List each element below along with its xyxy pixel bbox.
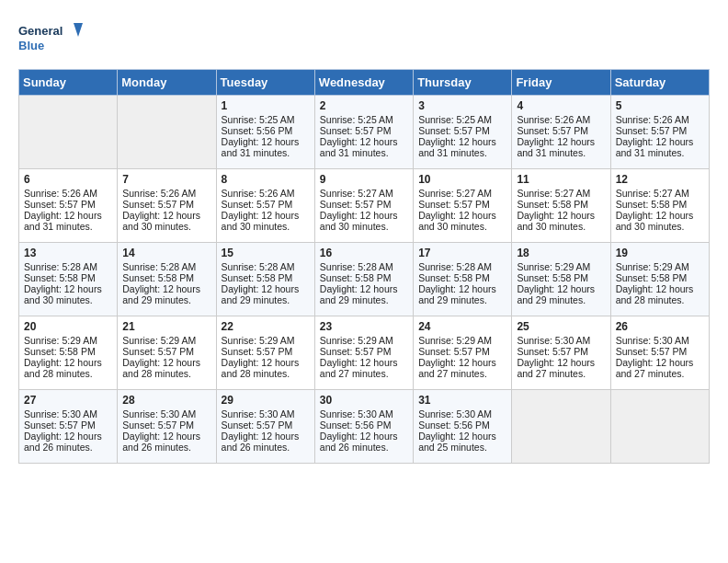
sunset-text: Sunset: 5:58 PM <box>616 272 688 283</box>
calendar-cell: 2Sunrise: 5:25 AMSunset: 5:57 PMDaylight… <box>314 96 413 169</box>
calendar-cell: 4Sunrise: 5:26 AMSunset: 5:57 PMDaylight… <box>512 96 610 169</box>
daylight-text: Daylight: 12 hours and 25 minutes. <box>418 431 496 453</box>
calendar-cell <box>19 96 118 169</box>
calendar-cell: 30Sunrise: 5:30 AMSunset: 5:56 PMDayligh… <box>314 390 413 464</box>
day-number: 18 <box>517 247 605 259</box>
calendar-cell: 3Sunrise: 5:25 AMSunset: 5:57 PMDaylight… <box>414 96 512 169</box>
calendar-cell: 12Sunrise: 5:27 AMSunset: 5:58 PMDayligh… <box>610 169 709 243</box>
logo-svg: General Blue <box>18 18 83 60</box>
day-number: 11 <box>517 173 605 186</box>
daylight-text: Daylight: 12 hours and 27 minutes. <box>517 357 595 379</box>
sunrise-text: Sunrise: 5:30 AM <box>122 408 196 419</box>
sunrise-text: Sunrise: 5:29 AM <box>24 335 97 346</box>
sunrise-text: Sunrise: 5:26 AM <box>122 188 196 199</box>
daylight-text: Daylight: 12 hours and 30 minutes. <box>616 210 694 232</box>
day-number: 30 <box>320 394 408 407</box>
sunset-text: Sunset: 5:57 PM <box>320 199 392 210</box>
calendar-cell: 20Sunrise: 5:29 AMSunset: 5:58 PMDayligh… <box>19 316 118 390</box>
daylight-text: Daylight: 12 hours and 29 minutes. <box>122 283 200 305</box>
sunset-text: Sunset: 5:58 PM <box>418 272 490 283</box>
sunrise-text: Sunrise: 5:29 AM <box>616 261 689 272</box>
day-number: 3 <box>418 99 506 112</box>
daylight-text: Daylight: 12 hours and 31 minutes. <box>24 210 102 232</box>
calendar-cell: 27Sunrise: 5:30 AMSunset: 5:57 PMDayligh… <box>19 390 118 464</box>
sunset-text: Sunset: 5:58 PM <box>517 272 588 283</box>
sunrise-text: Sunrise: 5:30 AM <box>418 408 492 419</box>
daylight-text: Daylight: 12 hours and 26 minutes. <box>24 431 102 453</box>
day-number: 10 <box>418 173 506 186</box>
day-number: 25 <box>517 320 605 333</box>
sunrise-text: Sunrise: 5:30 AM <box>517 335 590 346</box>
calendar-cell: 9Sunrise: 5:27 AMSunset: 5:57 PMDaylight… <box>314 169 413 243</box>
calendar-cell: 5Sunrise: 5:26 AMSunset: 5:57 PMDaylight… <box>610 96 709 169</box>
sunset-text: Sunset: 5:57 PM <box>517 346 588 357</box>
day-header-thursday: Thursday <box>414 70 512 96</box>
calendar-cell: 31Sunrise: 5:30 AMSunset: 5:56 PMDayligh… <box>414 390 512 464</box>
sunset-text: Sunset: 5:57 PM <box>320 346 392 357</box>
sunset-text: Sunset: 5:56 PM <box>222 125 293 136</box>
day-number: 21 <box>122 320 210 333</box>
calendar-cell: 24Sunrise: 5:29 AMSunset: 5:57 PMDayligh… <box>414 316 512 390</box>
sunset-text: Sunset: 5:57 PM <box>616 346 688 357</box>
calendar-week-row: 1Sunrise: 5:25 AMSunset: 5:56 PMDaylight… <box>19 96 710 169</box>
day-number: 22 <box>222 320 310 333</box>
day-header-wednesday: Wednesday <box>314 70 413 96</box>
calendar-cell: 21Sunrise: 5:29 AMSunset: 5:57 PMDayligh… <box>118 316 216 390</box>
sunset-text: Sunset: 5:56 PM <box>320 419 392 431</box>
calendar-cell: 22Sunrise: 5:29 AMSunset: 5:57 PMDayligh… <box>216 316 314 390</box>
sunset-text: Sunset: 5:57 PM <box>517 125 588 136</box>
day-number: 8 <box>222 173 310 186</box>
daylight-text: Daylight: 12 hours and 28 minutes. <box>616 283 694 305</box>
calendar-cell: 8Sunrise: 5:26 AMSunset: 5:57 PMDaylight… <box>216 169 314 243</box>
day-number: 14 <box>122 247 210 259</box>
svg-text:Blue: Blue <box>18 39 44 52</box>
sunset-text: Sunset: 5:58 PM <box>24 346 96 357</box>
daylight-text: Daylight: 12 hours and 30 minutes. <box>122 210 200 232</box>
calendar-table: SundayMondayTuesdayWednesdayThursdayFrid… <box>18 69 710 464</box>
day-number: 13 <box>24 247 112 259</box>
calendar-body: 1Sunrise: 5:25 AMSunset: 5:56 PMDaylight… <box>19 96 710 464</box>
calendar-week-row: 6Sunrise: 5:26 AMSunset: 5:57 PMDaylight… <box>19 169 710 243</box>
daylight-text: Daylight: 12 hours and 29 minutes. <box>418 283 496 305</box>
calendar-cell: 6Sunrise: 5:26 AMSunset: 5:57 PMDaylight… <box>19 169 118 243</box>
sunset-text: Sunset: 5:57 PM <box>222 419 293 431</box>
daylight-text: Daylight: 12 hours and 31 minutes. <box>320 136 398 158</box>
daylight-text: Daylight: 12 hours and 31 minutes. <box>616 136 694 158</box>
page-header: General Blue <box>18 18 710 60</box>
sunset-text: Sunset: 5:57 PM <box>616 125 688 136</box>
sunrise-text: Sunrise: 5:30 AM <box>320 408 393 419</box>
sunset-text: Sunset: 5:57 PM <box>122 199 194 210</box>
svg-text:General: General <box>18 24 63 38</box>
calendar-cell: 7Sunrise: 5:26 AMSunset: 5:57 PMDaylight… <box>118 169 216 243</box>
day-number: 12 <box>616 173 704 186</box>
sunset-text: Sunset: 5:57 PM <box>24 419 96 431</box>
sunset-text: Sunset: 5:57 PM <box>418 346 490 357</box>
daylight-text: Daylight: 12 hours and 29 minutes. <box>320 283 398 305</box>
daylight-text: Daylight: 12 hours and 31 minutes. <box>517 136 595 158</box>
day-number: 23 <box>320 320 408 333</box>
sunset-text: Sunset: 5:58 PM <box>222 272 293 283</box>
calendar-header-row: SundayMondayTuesdayWednesdayThursdayFrid… <box>19 70 710 96</box>
sunset-text: Sunset: 5:57 PM <box>122 419 194 431</box>
day-number: 20 <box>24 320 112 333</box>
daylight-text: Daylight: 12 hours and 27 minutes. <box>320 357 398 379</box>
sunrise-text: Sunrise: 5:27 AM <box>320 188 393 199</box>
calendar-cell <box>118 96 216 169</box>
sunrise-text: Sunrise: 5:29 AM <box>122 335 196 346</box>
daylight-text: Daylight: 12 hours and 30 minutes. <box>320 210 398 232</box>
daylight-text: Daylight: 12 hours and 30 minutes. <box>24 283 102 305</box>
calendar-cell: 11Sunrise: 5:27 AMSunset: 5:58 PMDayligh… <box>512 169 610 243</box>
day-number: 2 <box>320 99 408 112</box>
day-number: 29 <box>222 394 310 407</box>
day-number: 26 <box>616 320 704 333</box>
sunrise-text: Sunrise: 5:28 AM <box>222 261 295 272</box>
sunset-text: Sunset: 5:58 PM <box>616 199 688 210</box>
day-header-sunday: Sunday <box>19 70 118 96</box>
sunrise-text: Sunrise: 5:25 AM <box>222 114 295 125</box>
day-number: 27 <box>24 394 112 407</box>
calendar-cell: 15Sunrise: 5:28 AMSunset: 5:58 PMDayligh… <box>216 243 314 316</box>
day-number: 15 <box>222 247 310 259</box>
day-header-tuesday: Tuesday <box>216 70 314 96</box>
sunrise-text: Sunrise: 5:29 AM <box>222 335 295 346</box>
day-number: 17 <box>418 247 506 259</box>
